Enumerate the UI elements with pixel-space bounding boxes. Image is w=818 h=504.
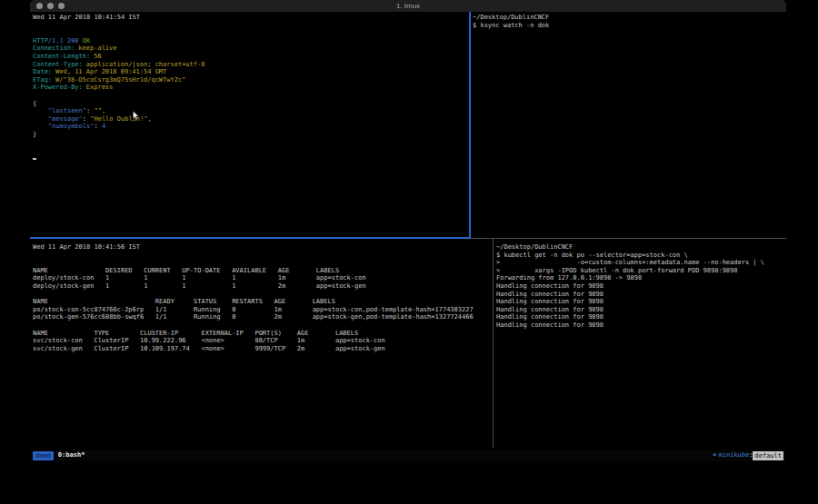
table-row: po/stock-con-5cc874766c-2p6rp 1/1 Runnin…: [33, 306, 491, 314]
window-label[interactable]: 0:bash*: [58, 450, 85, 461]
table-row: deploy/stock-con 1 1 1 1 1m app=stock-co…: [33, 274, 491, 282]
connection-line: Handling connection for 9898: [496, 306, 784, 314]
blank-line: [33, 259, 491, 267]
command-continuation-line: > -o=custom-columns=:metadata.name --no-…: [496, 259, 784, 267]
pane-border-vertical[interactable]: [493, 239, 494, 448]
http-reason: OK: [83, 37, 90, 44]
http-header-x-powered-by: X-Powered-By:Express: [33, 84, 467, 92]
blank-line: [33, 139, 467, 147]
json-open-brace: {: [33, 100, 467, 108]
zoom-button[interactable]: [58, 3, 65, 9]
json-field-lastseen: "lastseen": "",: [33, 107, 467, 115]
connection-line: Handling connection for 9898: [496, 321, 784, 330]
window-title: 1. tmux: [30, 0, 786, 12]
pod-table-header: NAME READY STATUS RESTARTS AGE LABELS: [33, 298, 491, 306]
status-right: ⎈ minikube : default: [713, 450, 783, 461]
connection-line: Handling connection for 9898: [496, 282, 784, 291]
close-button[interactable]: [36, 3, 43, 9]
json-close-brace: }: [33, 131, 467, 139]
minimize-button[interactable]: [47, 3, 54, 9]
terminal-cursor: [33, 158, 36, 160]
pane-kubectl-watch[interactable]: Wed 11 Apr 2018 10:41:56 IST NAME DESIRE…: [33, 243, 491, 448]
command-line: $ ksync watch -n dok: [473, 22, 784, 30]
connection-line: Handling connection for 9898: [496, 291, 784, 299]
blank-line: [33, 252, 491, 260]
command-line: $ kubectl get -n dok po --selector=app=s…: [496, 252, 784, 260]
command-continuation-line: > xargs -IPOD kubectl -n dok port-forwar…: [496, 267, 784, 275]
http-header-connection: Connection:keep-alive: [33, 44, 467, 53]
json-field-numsymbols: "numsymbols": 4: [33, 123, 467, 131]
tmux-status-bar: demo 0:bash* ⎈ minikube : default: [30, 450, 786, 461]
deploy-table-header: NAME DESIRED CURRENT UP-TO-DATE AVAILABL…: [33, 267, 491, 275]
pane-border-active-vertical[interactable]: [469, 12, 471, 238]
connection-line: Handling connection for 9898: [496, 298, 784, 306]
blank-line: [33, 291, 491, 299]
table-row: po/stock-gen-576cc688bb-swqf6 1/1 Runnin…: [33, 313, 491, 321]
blank-line: [33, 92, 467, 100]
forwarding-line: Forwarding from 127.0.0.1:9898 -> 9898: [496, 274, 784, 282]
window-titlebar[interactable]: 1. tmux: [30, 0, 786, 12]
terminal-window: 1. tmux Wed 11 Apr 2018 10:41:54 IST HTT…: [30, 0, 786, 462]
timestamp-line: Wed 11 Apr 2018 10:41:54 IST: [33, 14, 467, 22]
blank-line: [33, 146, 467, 154]
table-row: svc/stock-gen ClusterIP 10.109.197.74 <n…: [33, 345, 491, 353]
prompt-line: [33, 154, 467, 163]
kube-namespace: default: [753, 451, 783, 460]
pane-border-horizontal[interactable]: [471, 238, 786, 239]
cwd-line: ~/Desktop/DublinCNCF: [473, 14, 784, 22]
session-name-badge[interactable]: demo: [33, 451, 54, 460]
timestamp-line: Wed 11 Apr 2018 10:41:56 IST: [33, 243, 491, 252]
traffic-lights: [36, 3, 65, 9]
http-header-date: Date:Wed, 11 Apr 2018 09:41:54 GMT: [33, 68, 467, 76]
cwd-line: ~/Desktop/DublinCNCF: [496, 243, 784, 252]
mouse-pointer-icon: [133, 111, 140, 121]
svc-table-header: NAME TYPE CLUSTER-IP EXTERNAL-IP PORT(S)…: [33, 330, 491, 338]
kube-context: minikube: [719, 450, 750, 461]
http-header-content-length: Content-Length:56: [33, 53, 467, 61]
table-row: svc/stock-con ClusterIP 10.99.222.96 <no…: [33, 337, 491, 345]
blank-line: [33, 22, 467, 30]
desktop-background: 1. tmux Wed 11 Apr 2018 10:41:54 IST HTT…: [0, 0, 818, 504]
blank-line: [33, 29, 467, 37]
helm-icon: ⎈: [713, 450, 716, 461]
http-keyword: HTTP: [33, 37, 48, 44]
status-left: demo 0:bash*: [33, 450, 85, 461]
http-header-etag: ETag:W/"38-O5coCsrg3mQ75sHr1d/qcWTwYZc": [33, 76, 467, 84]
connection-line: Handling connection for 9898: [496, 313, 784, 321]
blank-line: [33, 321, 491, 330]
pane-port-forward[interactable]: ~/Desktop/DublinCNCF $ kubectl get -n do…: [496, 243, 784, 448]
table-row: deploy/stock-gen 1 1 1 1 2m app=stock-ge…: [33, 282, 491, 291]
http-header-content-type: Content-Type:application/json; charset=u…: [33, 61, 467, 69]
pane-border-active-horizontal[interactable]: [30, 237, 471, 239]
http-status-line: HTTP/1.1 200 OK: [33, 37, 467, 45]
pane-http-response[interactable]: Wed 11 Apr 2018 10:41:54 IST HTTP/1.1 20…: [33, 14, 467, 237]
pane-ksync[interactable]: ~/Desktop/DublinCNCF $ ksync watch -n do…: [473, 14, 784, 237]
http-version-code: /1.1 200: [48, 37, 83, 44]
json-field-message: "message": "Hello Dublin!",: [33, 115, 467, 124]
